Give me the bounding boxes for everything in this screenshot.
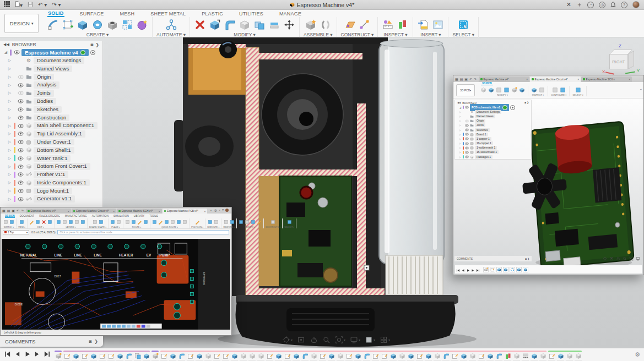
tab-sheet-metal[interactable]: SHEET METAL bbox=[150, 10, 186, 17]
viewports-icon[interactable]: ▾ bbox=[380, 336, 390, 344]
rw-timeline[interactable] bbox=[455, 265, 642, 274]
offset-icon[interactable] bbox=[268, 19, 280, 31]
timeline-feature-shell-icon[interactable] bbox=[204, 353, 212, 360]
tree-item-inside-components-1[interactable]: ▷Inside Components:1 bbox=[0, 179, 102, 187]
expand-arrow-icon[interactable]: ▷ bbox=[7, 91, 12, 95]
visibility-eye-icon[interactable] bbox=[17, 132, 24, 136]
visibility-eye-icon[interactable] bbox=[465, 132, 469, 136]
expand-arrow-icon[interactable]: ▷ bbox=[459, 129, 462, 132]
timeline-settings-gear-icon[interactable]: ⚙ bbox=[631, 351, 644, 358]
timeline-feature-holes-icon[interactable] bbox=[522, 353, 529, 360]
tree-item-origin[interactable]: ▷Origin bbox=[0, 73, 102, 81]
timeline-feature-extrude-icon[interactable] bbox=[293, 353, 300, 360]
pcb-avatar[interactable] bbox=[225, 209, 229, 212]
ground-radio-icon[interactable] bbox=[90, 50, 95, 55]
browser-root[interactable]: ◢Espresso Machine v4 bbox=[0, 48, 102, 57]
orbit-icon[interactable]: ▾ bbox=[282, 336, 293, 344]
pcb-bell-icon[interactable]: ◔ bbox=[219, 209, 220, 212]
rw-orbit-icon[interactable] bbox=[603, 256, 607, 261]
timeline-feature-sketch-icon[interactable] bbox=[63, 353, 71, 360]
extrude-icon[interactable] bbox=[488, 87, 494, 93]
square-b-icon[interactable] bbox=[99, 220, 104, 225]
expand-arrow-icon[interactable]: ▷ bbox=[459, 111, 462, 113]
square-b-icon[interactable] bbox=[208, 220, 213, 225]
layer-selector[interactable]: 1 Top ▾ bbox=[3, 230, 29, 234]
timeline-feature-extrude-icon[interactable] bbox=[354, 353, 361, 360]
close-tab-icon[interactable]: ✕ bbox=[566, 1, 571, 8]
unroute-menu[interactable]: UNROUTE ▾ bbox=[207, 226, 219, 228]
rw-navbar[interactable] bbox=[603, 256, 640, 261]
timeline-feature-component-icon[interactable] bbox=[151, 353, 159, 360]
save-icon[interactable] bbox=[28, 2, 33, 8]
timeline-feature-sketch-icon[interactable] bbox=[160, 353, 167, 360]
assemble-menu[interactable]: ASSEMBLE ▾ bbox=[304, 32, 332, 37]
expand-arrow-icon[interactable]: ▷ bbox=[459, 142, 462, 145]
timeline-feature-sketch-icon[interactable] bbox=[381, 353, 388, 360]
hole-icon[interactable] bbox=[106, 19, 118, 31]
insert-menu[interactable]: INSERT ▾ bbox=[420, 32, 441, 37]
timeline-feature-fillet-icon[interactable] bbox=[363, 353, 370, 360]
user-avatar[interactable] bbox=[632, 1, 640, 8]
square-g-icon[interactable] bbox=[214, 220, 219, 225]
expand-arrow-icon[interactable]: ▷ bbox=[459, 146, 462, 149]
timeline-feature-fillet-icon[interactable] bbox=[495, 353, 502, 360]
timeline-feature-extrude-icon[interactable] bbox=[486, 353, 494, 360]
rw-pan-icon[interactable] bbox=[616, 256, 620, 261]
box-icon[interactable] bbox=[77, 19, 89, 31]
visibility-eye-icon[interactable] bbox=[17, 156, 24, 161]
pcb-help-icon[interactable]: ? bbox=[222, 209, 224, 212]
tree-item-top-lid-assembly-1[interactable]: ▷Top Lid Assembly:1 bbox=[0, 130, 102, 138]
square-g-icon[interactable] bbox=[74, 220, 79, 225]
rw-skip-start-button[interactable] bbox=[456, 265, 460, 275]
pcb-newtab-icon[interactable]: ＋ bbox=[209, 209, 213, 212]
square-b-icon[interactable] bbox=[152, 220, 157, 225]
pencil-icon[interactable] bbox=[137, 220, 142, 225]
timeline-feature-shell-icon[interactable] bbox=[434, 353, 441, 360]
square-b-icon[interactable] bbox=[164, 220, 169, 225]
pcb-redo-icon[interactable]: ↷ bbox=[21, 209, 24, 212]
visibility-eye-icon[interactable] bbox=[17, 189, 24, 193]
app-grid-icon[interactable] bbox=[4, 1, 10, 8]
fit-icon[interactable]: ▾ bbox=[335, 336, 345, 344]
extrude-icon[interactable] bbox=[519, 87, 525, 93]
rw-comments-bar[interactable]: COMMENTS ◙ ❯ bbox=[454, 256, 532, 261]
timeline-feature-shell-icon[interactable] bbox=[539, 353, 546, 360]
tab-close-icon[interactable]: × bbox=[629, 78, 630, 81]
rw-app-grid-icon[interactable]: ▦ bbox=[455, 77, 458, 81]
tree-item-joints[interactable]: ▷Joints bbox=[455, 123, 531, 128]
delete-x-icon[interactable] bbox=[194, 19, 206, 31]
timeline-feature-sketch-icon[interactable] bbox=[222, 353, 229, 360]
tree-item-frother-v1-1[interactable]: ▷Frother v1:1 bbox=[0, 171, 102, 179]
timeline-feature-extrude-icon[interactable] bbox=[389, 353, 397, 360]
rw-play-button[interactable] bbox=[466, 265, 470, 275]
move-icon[interactable] bbox=[283, 19, 295, 31]
expand-arrow-icon[interactable]: ▷ bbox=[7, 165, 12, 169]
timeline-feature-shell-icon[interactable] bbox=[257, 353, 264, 360]
timeline-feature-fillet-icon[interactable] bbox=[125, 353, 132, 360]
comments-expand-icon[interactable]: ❯ bbox=[94, 339, 98, 344]
tree-item-bottom-shell-1[interactable]: ▷Bottom Shell:1 bbox=[0, 146, 102, 155]
timeline-feature-extrude-icon[interactable] bbox=[90, 353, 97, 360]
rw-timeline-component-icon[interactable] bbox=[483, 267, 489, 272]
pcb-menu-rules-drc-erc[interactable]: RULES DRC/ERC bbox=[39, 215, 60, 218]
filter-dot-icon[interactable]: ◙ bbox=[90, 42, 93, 47]
rw-tab-espresso-machine-circuit-v4[interactable]: Espresso Machine Circuit v4*× bbox=[530, 76, 581, 82]
timeline-feature-sketch-icon[interactable] bbox=[451, 353, 458, 360]
tree-item-16-soldermask-1[interactable]: ▷16-soldermask 1 bbox=[455, 150, 531, 155]
timeline-feature-extrude-icon[interactable] bbox=[169, 353, 176, 360]
visibility-eye-icon[interactable] bbox=[465, 119, 469, 123]
shell-icon[interactable] bbox=[480, 87, 486, 93]
visibility-eye-icon[interactable] bbox=[17, 148, 24, 152]
pcb-menu-manufacturing[interactable]: MANUFACTURING bbox=[65, 215, 87, 218]
square-b-icon[interactable] bbox=[143, 220, 148, 225]
browser-header[interactable]: ◀◀ BROWSER ◙❯ bbox=[0, 41, 102, 48]
board-shape-menu[interactable]: BOARD SHAPE ▾ bbox=[89, 226, 106, 228]
timeline-feature-sketch-icon[interactable] bbox=[284, 353, 291, 360]
timeline-feature-paste-icon[interactable] bbox=[134, 353, 141, 360]
step-forward-button[interactable] bbox=[34, 350, 41, 360]
workspace-switcher[interactable]: DESIGN▾ bbox=[4, 14, 39, 33]
rw-tab-3d-pcb[interactable]: 3D PCB bbox=[481, 82, 493, 85]
square-g-icon[interactable] bbox=[224, 220, 229, 225]
tab-close-icon[interactable]: × bbox=[204, 210, 205, 213]
rw-step-back-button[interactable] bbox=[461, 265, 465, 275]
